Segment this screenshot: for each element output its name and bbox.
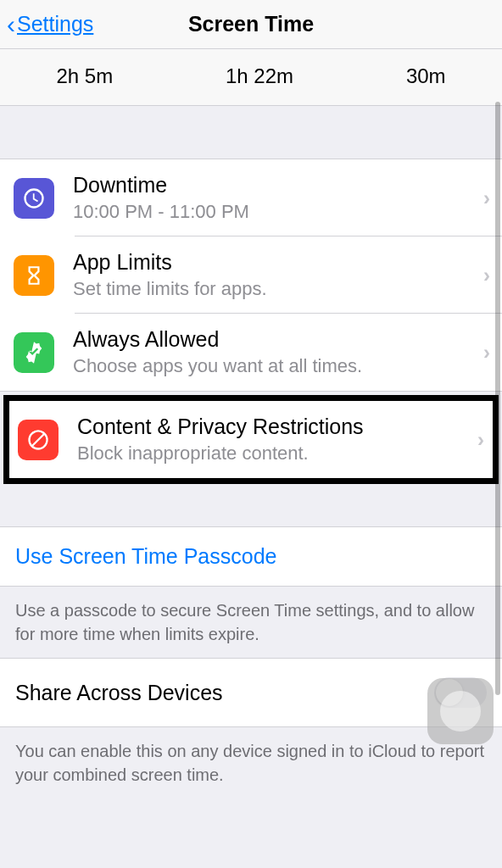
chevron-right-icon: › bbox=[477, 428, 484, 452]
chevron-right-icon: › bbox=[483, 341, 490, 364]
row-title: Always Allowed bbox=[73, 327, 477, 352]
usage-summary: 2h 5m 1h 22m 30m bbox=[0, 49, 502, 106]
row-subtitle: Set time limits for apps. bbox=[73, 278, 477, 300]
row-title: App Limits bbox=[73, 250, 477, 275]
usage-value: 30m bbox=[406, 64, 446, 88]
row-subtitle: 10:00 PM - 11:00 PM bbox=[73, 201, 477, 223]
assistive-touch-icon bbox=[440, 691, 481, 732]
passcode-link-label: Use Screen Time Passcode bbox=[15, 544, 487, 569]
usage-value: 1h 22m bbox=[226, 64, 293, 88]
downtime-row[interactable]: Downtime 10:00 PM - 11:00 PM › bbox=[0, 159, 502, 236]
nav-bar: ‹ Settings Screen Time bbox=[0, 0, 502, 49]
chevron-right-icon: › bbox=[483, 186, 490, 210]
scrollbar[interactable] bbox=[495, 102, 500, 695]
row-subtitle: Choose apps you want at all times. bbox=[73, 355, 477, 377]
row-text: App Limits Set time limits for apps. bbox=[73, 250, 477, 300]
row-title: Downtime bbox=[73, 173, 477, 198]
chevron-right-icon: › bbox=[483, 264, 490, 287]
hourglass-icon bbox=[14, 255, 54, 296]
row-title: Content & Privacy Restrictions bbox=[77, 415, 471, 439]
always-allowed-row[interactable]: Always Allowed Choose apps you want at a… bbox=[0, 314, 502, 391]
highlighted-selection: Content & Privacy Restrictions Block ina… bbox=[3, 395, 499, 484]
no-sign-icon bbox=[18, 420, 59, 460]
row-text: Always Allowed Choose apps you want at a… bbox=[73, 327, 477, 377]
assistive-touch-button[interactable] bbox=[427, 678, 494, 744]
share-title: Share Across Devices bbox=[15, 681, 223, 705]
back-label: Settings bbox=[17, 12, 93, 36]
section-spacer bbox=[0, 484, 502, 526]
usage-value: 2h 5m bbox=[56, 64, 113, 88]
back-button[interactable]: ‹ Settings bbox=[0, 10, 93, 39]
share-footer: You can enable this on any device signed… bbox=[0, 727, 502, 798]
downtime-icon bbox=[14, 178, 54, 219]
row-subtitle: Block inappropriate content. bbox=[77, 442, 471, 465]
passcode-footer: Use a passcode to secure Screen Time set… bbox=[0, 587, 502, 658]
row-text: Downtime 10:00 PM - 11:00 PM bbox=[73, 173, 477, 223]
settings-list: Downtime 10:00 PM - 11:00 PM › App Limit… bbox=[0, 159, 502, 392]
page-title: Screen Time bbox=[188, 12, 314, 36]
checkmark-seal-icon bbox=[14, 332, 54, 373]
applimits-row[interactable]: App Limits Set time limits for apps. › bbox=[0, 236, 502, 314]
content-privacy-row[interactable]: Content & Privacy Restrictions Block ina… bbox=[9, 401, 493, 478]
row-text: Content & Privacy Restrictions Block ina… bbox=[77, 415, 471, 465]
use-passcode-row[interactable]: Use Screen Time Passcode bbox=[0, 526, 502, 587]
chevron-left-icon: ‹ bbox=[7, 10, 15, 39]
section-spacer bbox=[0, 106, 502, 159]
